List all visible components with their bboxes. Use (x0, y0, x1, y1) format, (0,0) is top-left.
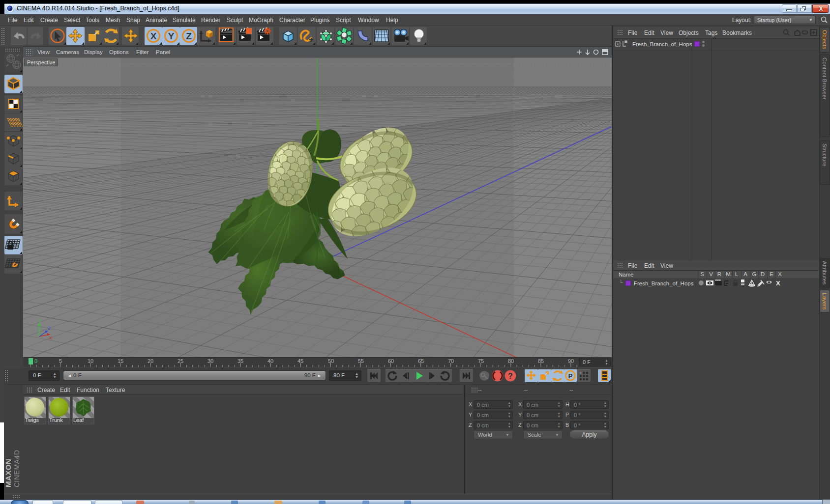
svg-text:X: X (49, 336, 52, 340)
svg-text:P: P (568, 372, 573, 380)
svg-text:Z: Z (48, 326, 51, 331)
svg-text:Y: Y (38, 318, 41, 323)
svg-text:X: X (776, 280, 780, 287)
svg-text:Y: Y (168, 31, 175, 41)
svg-text:0: 0 (34, 358, 37, 364)
svg-text:Z: Z (186, 31, 192, 41)
svg-text:X: X (150, 31, 157, 41)
svg-text:?: ? (508, 372, 513, 380)
